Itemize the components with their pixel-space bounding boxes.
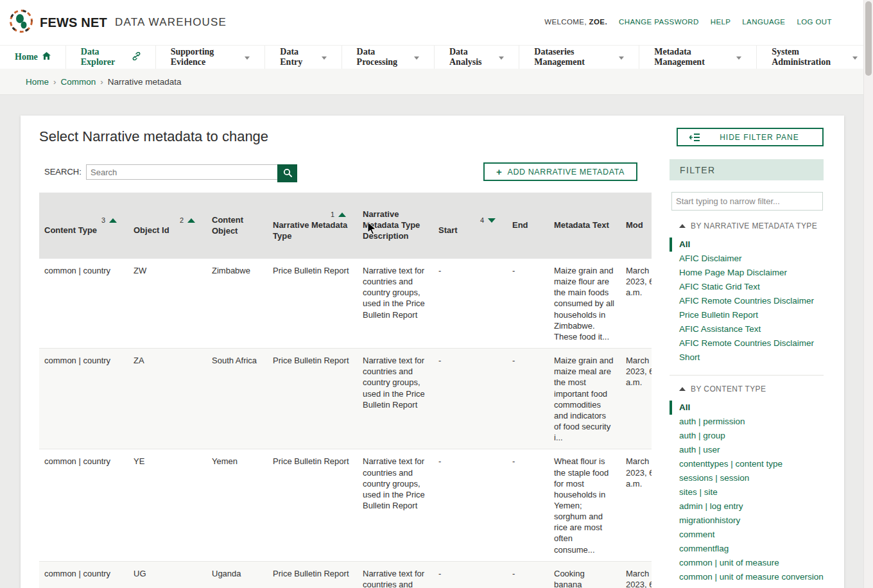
sort-asc-icon [187, 218, 195, 223]
table-row: common | country UG Uganda Price Bulleti… [39, 561, 652, 588]
filter-option[interactable]: AFIC Assistance Text [670, 322, 824, 336]
cell-start: - [433, 259, 507, 349]
cell-content-object: Yemen [207, 449, 268, 561]
chevron-down-icon [245, 56, 250, 60]
breadcrumb-home[interactable]: Home [26, 77, 49, 87]
brand[interactable]: FEWS NET DATA WAREHOUSE [9, 9, 227, 36]
column-header-start[interactable]: 4 Start [433, 193, 507, 259]
filter-option[interactable]: auth | permission [670, 415, 824, 429]
column-header-narrative-metadata-type[interactable]: 1 Narrative Metadata Type [268, 193, 358, 259]
column-header-content-type[interactable]: 3 Content Type [39, 193, 128, 259]
top-header: FEWS NET DATA WAREHOUSE WELCOME, ZOE. CH… [0, 0, 873, 45]
brand-suffix: DATA WAREHOUSE [115, 16, 227, 29]
cell-object-id: YE [128, 449, 207, 561]
link-icon [132, 52, 141, 63]
sort-indicator[interactable]: 3 [44, 215, 125, 225]
cell-content-type[interactable]: common | country [39, 259, 128, 349]
cell-end: - [507, 259, 549, 349]
breadcrumb-separator: › [100, 77, 103, 87]
filter-option[interactable]: sessions | session [670, 471, 824, 485]
nav-item-home[interactable]: Home [0, 46, 66, 69]
breadcrumb: Home › Common › Narrative metadata [0, 69, 873, 95]
chevron-down-icon [499, 56, 504, 60]
filter-pane-title: FILTER [670, 159, 824, 180]
filter-option[interactable]: migrationhistory [670, 514, 824, 528]
filter-option[interactable]: AFIC Remote Countries Disclaimer Short [670, 336, 824, 365]
cell-type-description: Narrative text for countries and country… [358, 259, 433, 349]
search-input[interactable] [86, 164, 279, 180]
sort-indicator[interactable]: 2 [134, 215, 203, 225]
filter-option[interactable]: common | unit of measure [670, 556, 824, 570]
column-header-end: End [507, 193, 549, 259]
search-label: SEARCH: [44, 167, 82, 177]
filter-option[interactable]: comment [670, 528, 824, 542]
hide-filter-pane-button[interactable]: HIDE FILTER PANE [677, 128, 824, 146]
nav-item-data-entry[interactable]: Data Entry [265, 46, 341, 69]
filter-option[interactable]: commentflag [670, 542, 824, 556]
filter-option[interactable]: contenttypes | content type [670, 457, 824, 471]
cell-modified: March 2023, 6 a.m. [621, 449, 652, 561]
nav-item-supporting-evidence[interactable]: Supporting Evidence [156, 46, 266, 69]
cell-start: - [433, 449, 507, 561]
nav-item-data-explorer[interactable]: Data Explorer [66, 46, 156, 69]
change-password-link[interactable]: CHANGE PASSWORD [619, 18, 699, 26]
filter-option-list: All AFIC Disclaimer Home Page Map Discla… [670, 238, 824, 365]
sort-indicator[interactable]: 1 [273, 210, 354, 220]
filter-option-list: All auth | permission auth | group auth … [670, 401, 824, 584]
nav-item-data-analysis[interactable]: Data Analysis [435, 46, 519, 69]
filter-option[interactable]: sites | site [670, 485, 824, 499]
home-icon [42, 52, 51, 62]
filter-option-all[interactable]: All [670, 238, 824, 252]
sort-asc-icon [338, 212, 346, 217]
filter-search-input[interactable] [671, 192, 823, 211]
filter-option[interactable]: auth | user [670, 443, 824, 457]
filter-option[interactable]: AFIC Remote Countries Disclaimer [670, 294, 824, 308]
cell-end: - [507, 561, 549, 588]
nav-item-dataseries-management[interactable]: Dataseries Management [519, 46, 639, 69]
chevron-down-icon [322, 56, 327, 60]
logout-link[interactable]: LOG OUT [797, 18, 832, 26]
filter-option[interactable]: Price Bulletin Report [670, 308, 824, 322]
results-table-container: 3 Content Type 2 Object Id [39, 193, 652, 588]
collapse-section-icon [679, 224, 686, 228]
sort-indicator[interactable]: 4 [438, 215, 503, 225]
table-row: common | country ZW Zimbabwe Price Bulle… [39, 259, 652, 349]
filter-option[interactable]: common | unit of measure conversion [670, 570, 824, 584]
chevron-down-icon [414, 56, 419, 60]
filter-option[interactable]: auth | group [670, 429, 824, 443]
cell-content-type[interactable]: common | country [39, 561, 128, 588]
filter-option[interactable]: Home Page Map Disclaimer [670, 266, 824, 280]
cell-content-type[interactable]: common | country [39, 449, 128, 561]
filter-section-header[interactable]: BY CONTENT TYPE [670, 385, 824, 393]
filter-option[interactable]: AFIC Static Grid Text [670, 280, 824, 294]
column-header-type-description: Narrative Metadata Type Description [358, 193, 433, 259]
cell-content-object: Uganda [207, 561, 268, 588]
cell-end: - [507, 349, 549, 449]
filter-section-header[interactable]: BY NARRATIVE METADATA TYPE [670, 221, 824, 230]
user-links: WELCOME, ZOE. CHANGE PASSWORD HELP LANGU… [544, 18, 832, 26]
search-button[interactable] [277, 164, 297, 182]
cell-type-description: Narrative text for countries and country… [358, 449, 433, 561]
results-table: 3 Content Type 2 Object Id [39, 193, 652, 588]
language-link[interactable]: LANGUAGE [742, 18, 785, 26]
help-link[interactable]: HELP [711, 18, 731, 26]
breadcrumb-common[interactable]: Common [61, 77, 96, 87]
filter-option-all[interactable]: All [670, 401, 824, 415]
column-header-object-id[interactable]: 2 Object Id [128, 193, 207, 259]
vertical-scrollbar[interactable] [863, 0, 873, 588]
table-row: common | country ZA South Africa Price B… [39, 349, 652, 449]
nav-item-system-administration[interactable]: System Administration [757, 46, 873, 69]
brand-name: FEWS NET [40, 15, 107, 30]
cell-content-type[interactable]: common | country [39, 349, 128, 449]
cell-content-object: Zimbabwe [207, 259, 268, 349]
nav-item-data-processing[interactable]: Data Processing [342, 46, 435, 69]
cell-modified: March 2023, 6 a.m. [621, 561, 652, 588]
filter-option[interactable]: AFIC Disclaimer [670, 252, 824, 266]
add-narrative-metadata-button[interactable]: + ADD NARRATIVE METADATA [483, 162, 637, 181]
main-nav: Home Data Explorer Supporting Evidence D… [0, 45, 873, 69]
cell-end: - [507, 449, 549, 561]
nav-item-metadata-management[interactable]: Metadata Management [639, 46, 757, 69]
scrollbar-thumb[interactable] [865, 1, 872, 76]
filter-option[interactable]: admin | log entry [670, 499, 824, 514]
cell-metadata-text: Cooking banana (matoke), dry cassava chi… [549, 561, 621, 588]
